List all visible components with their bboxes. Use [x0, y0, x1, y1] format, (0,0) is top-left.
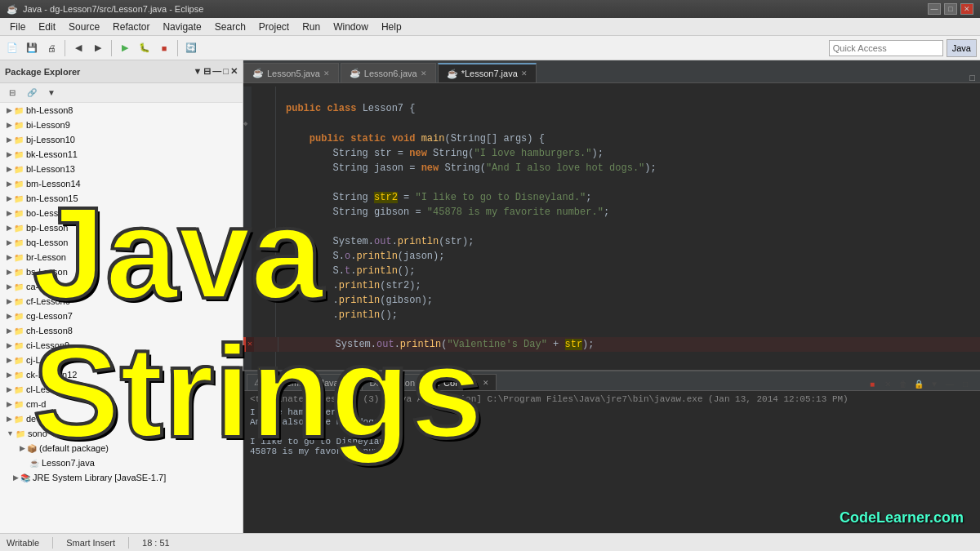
menu-edit[interactable]: Edit — [32, 20, 62, 34]
line-content-1[interactable] — [283, 87, 292, 101]
close-button[interactable]: ✕ — [960, 3, 973, 15]
sidebar-filter-button[interactable]: ▼ — [42, 84, 60, 102]
code-editor[interactable]: public class Lesson7 { ◆ public static v… — [243, 83, 980, 370]
tree-item-jre[interactable]: ▶📚JRE System Library [JavaSE-1.7] — [0, 470, 243, 485]
maximize-button[interactable]: □ — [944, 3, 957, 15]
minimize-button[interactable]: — — [928, 3, 941, 15]
toolbar-forward-button[interactable]: ▶ — [89, 39, 107, 57]
tree-item-br[interactable]: ▶📁br-Lesson — [0, 250, 243, 264]
toolbar-print-button[interactable]: 🖨 — [42, 39, 60, 57]
tree-item-bo[interactable]: ▶📁bo-Lesson — [0, 206, 243, 220]
toolbar-save-button[interactable]: 💾 — [23, 39, 41, 57]
tree-item-bq[interactable]: ▶📁bq-Lesson — [0, 235, 243, 250]
line-content-19[interactable] — [283, 352, 292, 367]
tree-item-bs[interactable]: ▶📁bs-Lesson — [0, 264, 243, 279]
panel-controls[interactable]: ■ ✕ 🗑 🔒 ▼ — □ — [866, 377, 977, 390]
tree-item-cf[interactable]: ▶📁cf-Lesson6 — [0, 294, 243, 309]
tree-item-cj[interactable]: ▶📁cj-Lesson10 — [0, 353, 243, 367]
tree-item-bk[interactable]: ▶📁bk-Lesson11 — [0, 147, 243, 162]
panel-tab-javadoc[interactable]: Javadoc — [312, 374, 360, 390]
panel-tab-declaration[interactable]: Declaration — [362, 374, 422, 390]
maximize-view-icon[interactable]: □ — [223, 66, 229, 77]
close-view-icon[interactable]: ✕ — [230, 66, 238, 77]
tree-item-default-package[interactable]: ▶📦(default package) — [0, 441, 243, 455]
panel-maximize-button[interactable]: □ — [959, 377, 972, 390]
window-controls[interactable]: — □ ✕ — [928, 3, 973, 15]
sidebar-menu-icon[interactable]: ⊟ — [203, 66, 211, 77]
panel-clear-button[interactable]: 🗑 — [897, 377, 910, 390]
panel-menu-button[interactable]: ▼ — [928, 377, 941, 390]
tree-item-cl[interactable]: ▶📁cl-Lesson13 — [0, 382, 243, 397]
menu-navigate[interactable]: Navigate — [156, 20, 207, 34]
line-content-14[interactable]: .println(str2); — [283, 278, 421, 293]
tree-item-bp[interactable]: ▶📁bp-Lesson — [0, 220, 243, 235]
tree-item-de[interactable]: ▶📁de — [0, 411, 243, 426]
tab-lesson5-close[interactable]: ✕ — [323, 69, 330, 78]
line-content-8[interactable]: String str2 = "I like to go to Disneylan… — [283, 190, 592, 205]
tab-lesson7[interactable]: ☕ *Lesson7.java ✕ — [438, 63, 537, 82]
editor-tab-controls[interactable]: □ — [969, 73, 980, 82]
line-content-20[interactable]: } — [283, 367, 315, 370]
toolbar-debug-button[interactable]: 🐛 — [136, 39, 154, 57]
tab-lesson5[interactable]: ☕ Lesson5.java ✕ — [243, 63, 339, 82]
line-content-18[interactable]: System.out.println("Valentine's Day" + s… — [285, 337, 595, 352]
tree-item-bj[interactable]: ▶📁bj-Lesson10 — [0, 132, 243, 147]
tree-item-ci[interactable]: ▶📁ci-Lesson9 — [0, 338, 243, 353]
line-content-17[interactable] — [283, 322, 292, 337]
sidebar-header-icons[interactable]: ▼ ⊟ — □ ✕ — [193, 66, 238, 77]
panel-tab-console[interactable]: 🖥 Console ✕ — [424, 374, 497, 390]
tree-item-lesson7java[interactable]: ☕Lesson7.java — [0, 455, 243, 470]
tree-item-bh[interactable]: ▶📁bh-Lesson8 — [0, 103, 243, 118]
collapse-icon[interactable]: ▼ — [193, 66, 202, 77]
menu-help[interactable]: Help — [375, 20, 408, 34]
tab-lesson7-close[interactable]: ✕ — [521, 69, 528, 78]
toolbar-run-button[interactable]: ▶ — [116, 39, 134, 57]
tree-item-bi[interactable]: ▶📁bi-Lesson9 — [0, 118, 243, 132]
line-content-5[interactable]: String str = new String("I love hamburge… — [283, 146, 604, 161]
panel-remove-button[interactable]: ✕ — [881, 377, 894, 390]
tab-lesson6[interactable]: ☕ Lesson6.java ✕ — [341, 63, 436, 82]
line-content-12[interactable]: S.o.println(jason); — [283, 249, 444, 264]
line-content-3[interactable] — [283, 116, 292, 131]
minimize-view-icon[interactable]: — — [212, 66, 221, 77]
toolbar-stop-button[interactable]: ■ — [155, 39, 173, 57]
line-content-10[interactable] — [283, 220, 292, 234]
quick-access-input[interactable] — [829, 40, 943, 56]
toolbar-new-button[interactable]: 📄 — [3, 39, 21, 57]
tree-item-bl[interactable]: ▶📁bl-Lesson13 — [0, 162, 243, 176]
line-content-6[interactable]: String jason = new String("And I also lo… — [283, 161, 657, 176]
sidebar-collapse-all-button[interactable]: ⊟ — [3, 84, 21, 102]
menu-run[interactable]: Run — [296, 20, 327, 34]
panel-terminate-button[interactable]: ■ — [866, 377, 879, 390]
tree-item-cg[interactable]: ▶📁cg-Lesson7 — [0, 309, 243, 323]
menu-refactor[interactable]: Refactor — [106, 20, 156, 34]
panel-scroll-lock-button[interactable]: 🔒 — [912, 377, 925, 390]
perspective-java-button[interactable]: Java — [947, 39, 977, 57]
console-close-icon[interactable]: ✕ — [483, 379, 489, 387]
tree-item-bm[interactable]: ▶📁bm-Lesson14 — [0, 176, 243, 191]
line-content-4[interactable]: public static void main(String[] args) { — [283, 131, 545, 146]
tree-item-cm[interactable]: ▶📁cm-d — [0, 397, 243, 411]
line-content-2[interactable]: public class Lesson7 { — [283, 101, 415, 116]
menu-file[interactable]: File — [3, 20, 32, 34]
tree-item-sono[interactable]: ▼📁sono — [0, 426, 243, 441]
tab-lesson6-close[interactable]: ✕ — [421, 69, 427, 78]
editor-maximize-icon[interactable]: □ — [969, 73, 975, 82]
line-content-7[interactable] — [283, 176, 292, 190]
menu-source[interactable]: Source — [62, 20, 106, 34]
menu-search[interactable]: Search — [208, 20, 252, 34]
line-content-11[interactable]: System.out.println(str); — [283, 234, 474, 249]
menu-window[interactable]: Window — [327, 20, 375, 34]
tree-item-ch[interactable]: ▶📁ch-Lesson8 — [0, 323, 243, 338]
toolbar-refresh-button[interactable]: 🔄 — [182, 39, 200, 57]
line-content-13[interactable]: S.t.println(); — [283, 264, 415, 278]
tree-item-ca[interactable]: ▶📁ca-Lesson — [0, 279, 243, 294]
panel-tab-problems[interactable]: ⚠ Problems — [247, 374, 310, 390]
panel-minimize-button[interactable]: — — [943, 377, 956, 390]
sidebar-link-button[interactable]: 🔗 — [23, 84, 41, 102]
line-content-9[interactable]: String gibson = "45878 is my favorite nu… — [283, 205, 609, 220]
line-content-16[interactable]: .println(); — [283, 308, 398, 322]
tree-item-bn[interactable]: ▶📁bn-Lesson15 — [0, 191, 243, 206]
line-content-15[interactable]: .println(gibson); — [283, 293, 433, 308]
tree-item-ck[interactable]: ▶📁ck-Lesson12 — [0, 367, 243, 382]
